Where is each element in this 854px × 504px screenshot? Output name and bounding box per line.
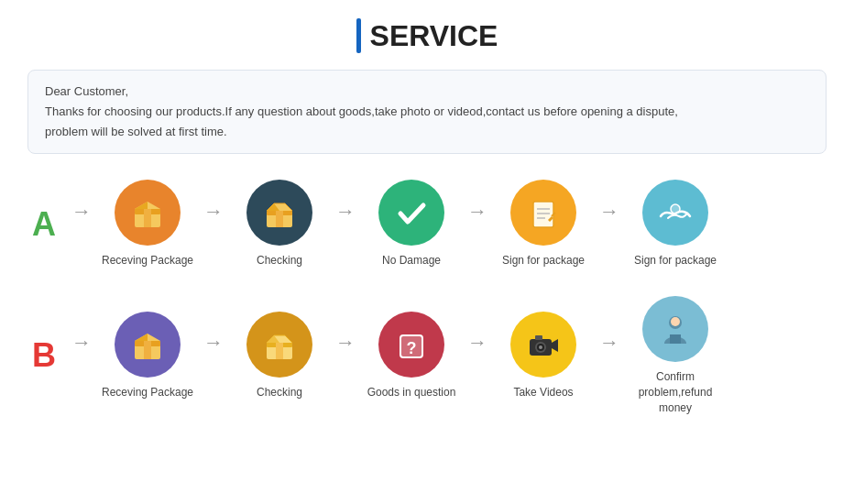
svg-point-13 [671, 204, 680, 214]
step-b4-icon [510, 312, 576, 378]
step-b3-label: Goods in question [367, 385, 456, 400]
flow-section: A → Receving Package → [27, 180, 827, 415]
step-b4-label: Take Videos [513, 385, 573, 400]
arrow-a1: → [203, 200, 224, 249]
step-a4-label: Sign for package [502, 253, 585, 268]
svg-text:?: ? [407, 339, 417, 357]
row-b-label: B [27, 336, 60, 375]
svg-rect-21 [276, 343, 283, 359]
svg-marker-4 [135, 202, 148, 209]
row-a-label: A [27, 205, 60, 244]
notice-line3: problem will be solved at first time. [45, 122, 809, 142]
step-a4-icon [510, 180, 576, 246]
title-accent-bar [356, 18, 361, 53]
step-b5-label: Confirm problem,refund money [625, 369, 726, 415]
arrow-b2: → [335, 331, 356, 380]
arrow-a2: → [335, 200, 356, 249]
arrow-b0: → [71, 331, 92, 380]
step-b2-label: Checking [257, 385, 302, 400]
step-a1-icon [115, 180, 181, 246]
arrow-b4: → [599, 331, 619, 380]
arrow-a4: → [599, 200, 619, 249]
arrow-b1: → [203, 331, 224, 380]
step-b3: ? Goods in question [361, 312, 462, 400]
title-text: SERVICE [370, 19, 498, 53]
step-a5-icon [642, 180, 708, 246]
svg-rect-7 [276, 211, 283, 227]
step-a1-label: Receving Package [102, 253, 193, 268]
svg-marker-29 [552, 339, 558, 352]
notice-line2: Thanks for choosing our products.If any … [45, 102, 809, 122]
step-b2: Checking [229, 312, 330, 400]
step-b1-label: Receving Package [102, 385, 193, 400]
step-a3-icon [378, 180, 444, 246]
flow-row-b: B → Receving Package → [27, 296, 827, 415]
step-b5: Confirm problem,refund money [625, 296, 726, 415]
svg-rect-8 [533, 202, 553, 227]
arrow-a3: → [467, 200, 487, 249]
svg-rect-16 [144, 341, 151, 359]
page-title: SERVICE [27, 18, 827, 53]
svg-marker-18 [135, 334, 148, 341]
step-a1: Receving Package [97, 180, 198, 268]
step-b1-icon [115, 312, 181, 378]
step-a5: Sign for package [625, 180, 726, 268]
arrow-b3: → [467, 331, 487, 380]
step-a2-icon [246, 180, 312, 246]
step-a4: Sign for package [493, 180, 594, 268]
step-b3-icon: ? [378, 312, 444, 378]
step-a5-label: Sign for package [634, 253, 717, 268]
svg-rect-28 [535, 335, 542, 340]
arrow-a0: → [71, 200, 92, 249]
step-a3: No Damage [361, 180, 462, 268]
notice-box: Dear Customer, Thanks for choosing our p… [27, 70, 827, 154]
step-b2-icon [246, 312, 312, 378]
step-b1: Receving Package [97, 312, 198, 400]
svg-rect-32 [670, 334, 681, 344]
step-a2: Checking [229, 180, 330, 268]
svg-point-31 [671, 317, 680, 326]
notice-line1: Dear Customer, [45, 82, 809, 102]
svg-point-27 [539, 345, 542, 349]
step-a3-label: No Damage [382, 253, 441, 268]
step-b4: Take Videos [493, 312, 594, 400]
step-a2-label: Checking [257, 253, 302, 268]
svg-rect-2 [144, 209, 151, 227]
step-b5-icon [642, 296, 708, 362]
flow-row-a: A → Receving Package → [27, 180, 827, 268]
